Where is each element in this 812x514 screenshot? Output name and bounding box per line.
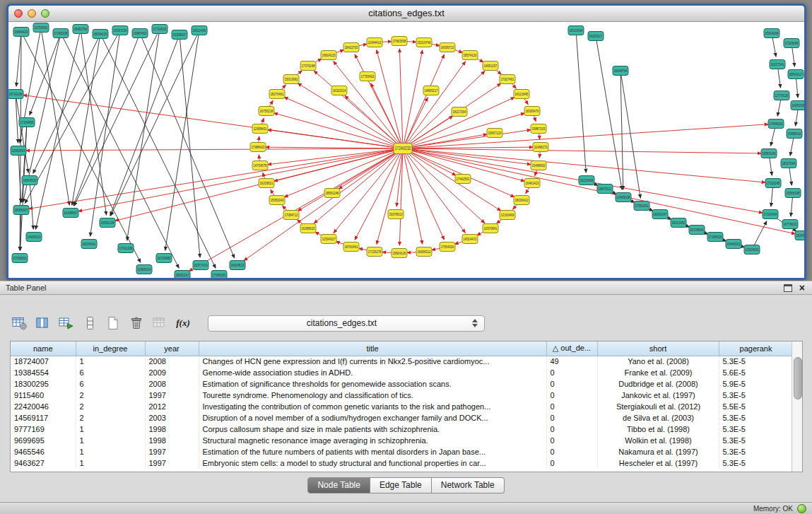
graph-node[interactable]: 16778203 <box>782 220 798 229</box>
graph-node[interactable]: 16463308 <box>791 101 804 110</box>
graph-node[interactable]: 18217364 <box>452 107 467 117</box>
table-cell[interactable]: 0 <box>546 424 597 435</box>
table-cell[interactable]: 2008 <box>145 356 199 367</box>
graph-node[interactable]: 15728064 <box>689 226 705 235</box>
table-cell[interactable]: 9777169 <box>11 424 76 435</box>
table-cell[interactable]: 9463627 <box>11 457 76 469</box>
graph-node[interactable]: 18245012 <box>795 231 804 240</box>
graph-node[interactable]: 16879112 <box>597 185 613 194</box>
graph-node[interactable]: 15732108 <box>8 90 23 99</box>
table-cell[interactable]: 1997 <box>145 446 199 457</box>
table-cell[interactable]: 5.3E-5 <box>719 457 793 469</box>
graph-node[interactable]: 13987402 <box>132 29 148 38</box>
table-cell[interactable]: Disruption of a novel member of a sodium… <box>199 412 546 424</box>
table-cell[interactable]: Tibbo et al. (1998) <box>597 424 719 435</box>
table-cell[interactable]: Stergiakouli et al. (2012) <box>597 401 719 412</box>
graph-node[interactable]: 17329065 <box>784 39 799 48</box>
graph-node[interactable]: 18034125 <box>93 30 108 39</box>
graph-node[interactable]: 16288615 <box>300 224 316 233</box>
table-cell[interactable]: 9465546 <box>11 446 76 457</box>
table-cell[interactable]: Structural magnetic resonance image aver… <box>199 435 546 446</box>
tab-node-table[interactable]: Node Table <box>307 477 370 493</box>
tab-edge-table[interactable]: Edge Table <box>370 477 432 493</box>
table-cell[interactable]: 9699695 <box>11 435 76 446</box>
graph-node[interactable]: 18422703 <box>343 43 359 52</box>
graph-node[interactable]: 17442561 <box>455 175 471 184</box>
graph-node[interactable]: 16121845 <box>514 90 529 99</box>
graph-node[interactable]: 17755402 <box>360 72 375 81</box>
graph-node[interactable]: 18306470 <box>524 107 540 116</box>
graph-node[interactable]: 16906312 <box>416 247 432 257</box>
close-panel-icon[interactable]: × <box>799 284 805 292</box>
graph-node[interactable]: 16924513 <box>230 261 245 270</box>
graph-node[interactable]: 16648794 <box>613 66 628 76</box>
graph-node[interactable]: 16840423 <box>13 28 29 37</box>
table-cell[interactable]: 18300295 <box>11 378 76 390</box>
graph-node[interactable]: 18039412 <box>514 196 529 205</box>
table-cell[interactable]: 1 <box>76 356 145 367</box>
graph-hub-node[interactable]: 17240232 <box>394 144 412 154</box>
table-cell[interactable]: 0 <box>546 412 597 424</box>
table-cell[interactable]: 18724007 <box>11 356 76 367</box>
graph-node[interactable]: 18112460 <box>192 26 207 35</box>
graph-node[interactable]: 17411206 <box>118 244 134 253</box>
graph-node[interactable]: 17135278 <box>367 247 382 257</box>
graph-node[interactable]: 17084712 <box>283 211 299 220</box>
table-cell[interactable]: 5.3E-5 <box>719 412 793 424</box>
graph-node[interactable]: 17265108 <box>53 29 69 38</box>
graph-node[interactable]: 16440913 <box>726 240 741 249</box>
graph-node[interactable]: 17538261 <box>12 254 28 263</box>
new-document-icon[interactable] <box>103 314 123 332</box>
graph-node[interactable]: 12924502 <box>744 245 760 255</box>
table-cell[interactable]: 2 <box>76 412 145 424</box>
graph-node[interactable]: 17310245 <box>765 179 781 188</box>
network-window-titlebar[interactable]: citations_edges.txt <box>8 6 804 22</box>
table-cell[interactable]: 0 <box>546 390 597 401</box>
graph-node[interactable]: 17103454 <box>763 210 778 219</box>
graph-node[interactable]: 15498952 <box>531 161 546 170</box>
graph-node[interactable]: 12958401 <box>252 124 268 134</box>
table-cell[interactable]: Hescheler et al. (1997) <box>597 457 719 469</box>
table-cell[interactable]: 5.3E-5 <box>719 424 793 435</box>
graph-node[interactable]: 18226341 <box>81 240 97 249</box>
table-cell[interactable]: Tourette syndrome. Phenomenology and cla… <box>199 390 546 401</box>
table-row[interactable]: 1872400712008Changes of HCN gene express… <box>11 356 793 367</box>
graph-node[interactable]: 17663508 <box>392 37 407 46</box>
graph-node[interactable]: 18574120 <box>462 51 478 60</box>
graph-node[interactable]: 18052167 <box>175 271 190 279</box>
table-cell[interactable]: Estimation of significance thresholds fo… <box>199 378 546 390</box>
table-row[interactable]: 1456911722003Disruption of a novel membe… <box>11 412 793 424</box>
table-cell[interactable]: 5.5E-5 <box>719 401 793 412</box>
graph-node[interactable]: 18131004 <box>568 26 584 35</box>
graph-node[interactable]: 15950043 <box>269 196 285 205</box>
graph-node[interactable]: 14651257 <box>483 62 498 71</box>
table-cell[interactable]: 5.3E-5 <box>719 435 793 446</box>
graph-node[interactable]: 15308247 <box>172 30 187 40</box>
graph-node[interactable]: 17550261 <box>634 201 649 211</box>
table-cell[interactable]: 0 <box>546 401 597 412</box>
graph-node[interactable]: 12465038 <box>616 193 631 202</box>
graph-node[interactable]: 16227341 <box>770 60 785 69</box>
graph-node[interactable]: 17720915 <box>152 25 167 34</box>
graph-node[interactable]: 16604115 <box>321 51 336 60</box>
graph-node[interactable]: 16461423 <box>524 179 540 188</box>
graph-node[interactable]: 17698250 <box>211 271 227 279</box>
graph-node[interactable]: 17186529 <box>707 233 723 242</box>
graph-node[interactable]: 15914208 <box>764 29 779 38</box>
graph-node[interactable]: 16814520 <box>22 176 37 185</box>
table-cell[interactable]: 1 <box>76 424 145 435</box>
graph-node[interactable]: 18760461 <box>343 243 359 252</box>
graph-node[interactable]: 17376248 <box>300 62 316 71</box>
graph-node[interactable]: 14514472 <box>462 235 478 244</box>
graph-node[interactable]: 17204856 <box>19 118 35 127</box>
table-cell[interactable]: Embryonic stem cells: a model to study s… <box>199 457 546 469</box>
table-cell[interactable]: 0 <box>546 435 597 446</box>
table-cell[interactable]: 1 <box>76 446 145 457</box>
columns-icon[interactable] <box>33 314 53 332</box>
table-cell[interactable]: 2003 <box>145 412 199 424</box>
window-zoom-button[interactable] <box>41 9 49 18</box>
table-row[interactable]: 977716911998Corpus callosum shape and si… <box>11 424 793 435</box>
column-header-name[interactable]: name <box>11 341 76 356</box>
table-cell[interactable]: Investigating the contribution of common… <box>199 401 546 412</box>
table-cell[interactable]: 2 <box>76 390 145 401</box>
